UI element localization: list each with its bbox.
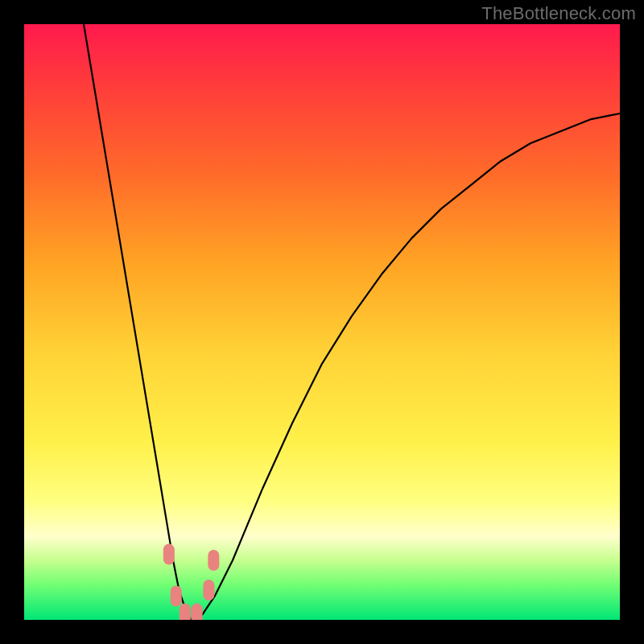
curve-marker [208, 550, 219, 571]
curve-marker [203, 580, 214, 601]
curve-marker [163, 544, 175, 565]
curve-marker [180, 604, 191, 620]
attribution-label: TheBottleneck.com [481, 3, 636, 24]
bottleneck-curve [24, 24, 620, 620]
curve-marker [192, 604, 203, 620]
chart-plot-area [24, 24, 620, 620]
curve-marker [171, 585, 182, 606]
